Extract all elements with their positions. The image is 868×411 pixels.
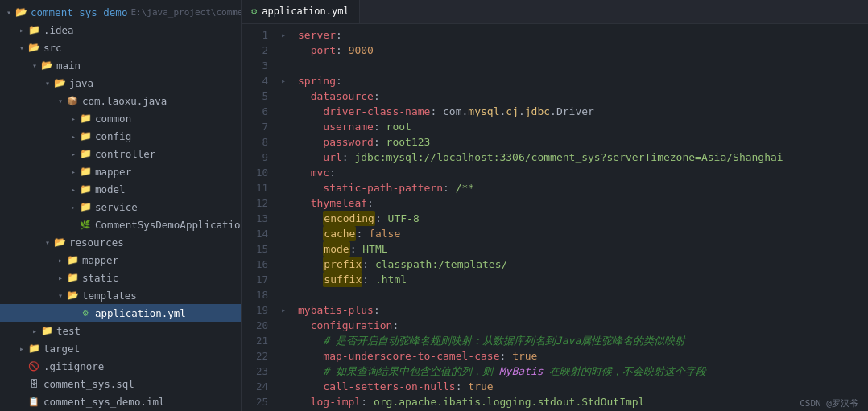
service-label: service <box>95 201 138 213</box>
src-icon <box>27 41 40 54</box>
ln-11: 11 <box>242 180 268 195</box>
tree-idea[interactable]: .idea <box>0 21 241 39</box>
tree-sql[interactable]: comment_sys.sql <box>0 375 241 393</box>
arrow-yml <box>68 307 79 319</box>
tree-templates[interactable]: templates <box>0 286 241 304</box>
tree-target[interactable]: target <box>0 339 241 357</box>
tree-gitignore[interactable]: .gitignore <box>0 357 241 375</box>
arrow-gitignore <box>16 360 27 372</box>
main-icon <box>40 59 53 72</box>
tree-config[interactable]: config <box>0 127 241 145</box>
tree-root[interactable]: comment_sys_demo E:\java_project\comment… <box>0 3 241 21</box>
code-line-8: password: root123 <box>298 134 862 150</box>
common-icon <box>79 112 92 125</box>
controller-label: controller <box>95 148 155 160</box>
tree-resources[interactable]: resources <box>0 233 241 251</box>
mapper-icon <box>79 165 92 178</box>
root-folder-icon <box>14 6 27 18</box>
editor-tabs[interactable]: ⚙ application.yml <box>242 0 868 24</box>
tree-model[interactable]: model <box>0 180 241 198</box>
g-22 <box>275 348 291 364</box>
arrow-res-mapper <box>55 254 66 265</box>
yml-icon <box>79 306 92 319</box>
root-path: E:\java_project\comment_s <box>130 7 242 18</box>
g-13 <box>275 211 291 226</box>
g-9 <box>275 150 291 165</box>
ln-20: 20 <box>242 318 268 333</box>
tree-test[interactable]: test <box>0 322 241 339</box>
ln-19: 19 <box>242 302 268 318</box>
target-label: target <box>43 343 80 355</box>
tree-package[interactable]: com.laoxu.java <box>0 92 241 109</box>
g-15 <box>275 241 291 257</box>
code-editor[interactable]: server: port: 9000 spring: datasource: d… <box>291 24 868 411</box>
code-line-22: map-underscore-to-camel-case: true <box>298 348 862 364</box>
tree-main[interactable]: main <box>0 56 241 74</box>
idea-label: .idea <box>43 24 74 36</box>
java-label: java <box>69 77 93 89</box>
tree-mapper[interactable]: mapper <box>0 162 241 180</box>
common-label: common <box>95 113 131 125</box>
tree-static[interactable]: static <box>0 269 241 286</box>
spring-icon <box>79 218 92 231</box>
code-line-9: url: jdbc:mysql://localhost:3306/comment… <box>298 150 862 165</box>
ln-25: 25 <box>242 394 268 409</box>
templates-icon <box>66 289 79 302</box>
ln-9: 9 <box>242 150 268 165</box>
g-14 <box>275 226 291 241</box>
idea-icon <box>27 23 40 36</box>
code-area[interactable]: 1 2 3 4 5 6 7 8 9 10 11 12 13 14 15 16 1… <box>242 24 868 411</box>
arrow-idea <box>16 24 27 35</box>
arrow-app <box>68 219 79 230</box>
arrow-static <box>55 272 66 283</box>
arrow-java <box>42 77 53 88</box>
tree-app-yml[interactable]: application.yml <box>0 304 241 322</box>
package-label: com.laoxu.java <box>82 95 167 107</box>
iml-icon <box>27 395 40 408</box>
package-icon <box>66 94 79 107</box>
tree-iml[interactable]: comment_sys_demo.iml <box>0 393 241 410</box>
tree-app-class[interactable]: CommentSysDemoApplication <box>0 216 241 233</box>
tree-src[interactable]: src <box>0 39 241 56</box>
arrow-common <box>68 113 79 124</box>
g-10 <box>275 165 291 180</box>
code-line-16: prefix: classpath:/templates/ <box>298 257 862 272</box>
tree-controller[interactable]: controller <box>0 145 241 162</box>
tree-service[interactable]: service <box>0 198 241 216</box>
file-tree[interactable]: comment_sys_demo E:\java_project\comment… <box>0 0 242 411</box>
resources-icon <box>53 236 66 249</box>
code-line-13: encoding: UTF-8 <box>298 211 862 226</box>
code-line-6: driver-class-name: com.mysql.cj.jdbc.Dri… <box>298 104 862 119</box>
code-line-3 <box>298 58 862 73</box>
mapper-label: mapper <box>95 166 131 178</box>
controller-icon <box>79 147 92 160</box>
code-line-12: thymeleaf: <box>298 195 862 211</box>
gitignore-label: .gitignore <box>43 360 104 372</box>
code-line-25: log-impl: org.apache.ibatis.logging.stdo… <box>298 394 862 409</box>
ln-5: 5 <box>242 88 268 104</box>
g-19: ▸ <box>275 302 291 318</box>
code-line-19: mybatis-plus: <box>298 302 862 318</box>
code-line-5: datasource: <box>298 88 862 104</box>
arrow-package <box>55 95 66 106</box>
arrow-controller <box>68 148 79 159</box>
arrow-root <box>3 6 14 18</box>
arrow-src <box>16 42 27 53</box>
tab-application-yml[interactable]: ⚙ application.yml <box>242 0 360 23</box>
config-icon <box>79 129 92 142</box>
tree-java[interactable]: java <box>0 74 241 92</box>
gutter: ▸ ▸ ▸ <box>275 24 291 411</box>
ln-24: 24 <box>242 379 268 394</box>
sql-label: comment_sys.sql <box>43 378 134 390</box>
code-line-18 <box>298 287 862 302</box>
g-23 <box>275 364 291 379</box>
g-8 <box>275 134 291 150</box>
code-line-21: # 是否开启自动驼峰名规则映射：从数据库列名到Java属性驼峰名的类似映射 <box>298 333 862 348</box>
ln-23: 23 <box>242 364 268 379</box>
tree-res-mapper[interactable]: mapper <box>0 251 241 269</box>
tree-common[interactable]: common <box>0 109 241 127</box>
yml-label: application.yml <box>95 307 186 319</box>
ln-10: 10 <box>242 165 268 180</box>
ln-3: 3 <box>242 58 268 73</box>
service-icon <box>79 200 92 213</box>
